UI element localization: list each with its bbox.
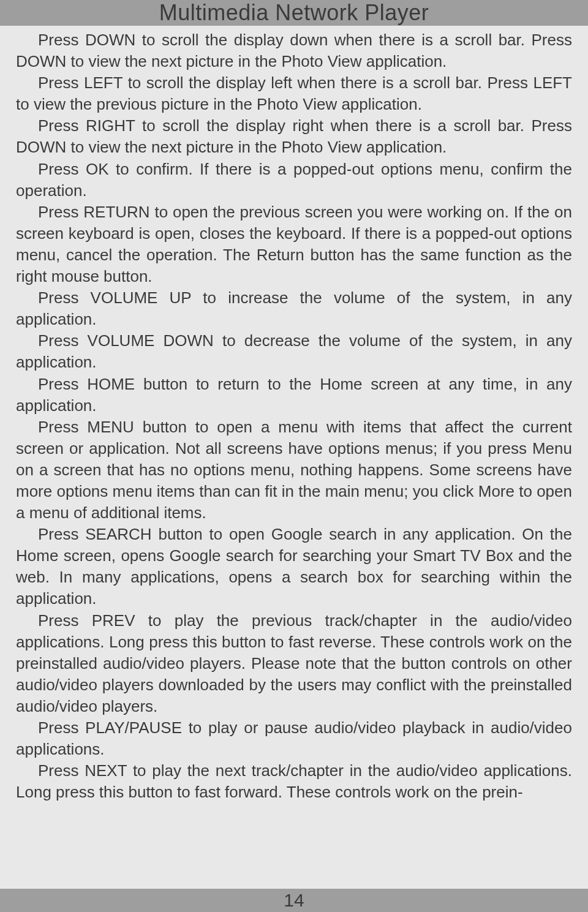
footer-bar: 14: [0, 889, 588, 912]
paragraph: Press OK to confirm. If there is a poppe…: [16, 159, 572, 202]
paragraph: Press HOME button to return to the Home …: [16, 374, 572, 416]
body-content: Press DOWN to scroll the display down wh…: [0, 26, 588, 803]
paragraph: Press NEXT to play the next track/chapte…: [16, 760, 572, 803]
paragraph: Press DOWN to scroll the display down wh…: [16, 29, 572, 72]
paragraph: Press VOLUME DOWN to decrease the volume…: [16, 330, 572, 373]
page-number: 14: [284, 890, 304, 911]
paragraph: Press RIGHT to scroll the display right …: [16, 115, 572, 158]
paragraph: Press PLAY/PAUSE to play or pause audio/…: [16, 717, 572, 760]
paragraph: Press MENU button to open a menu with it…: [16, 416, 572, 524]
paragraph: Press RETURN to open the previous screen…: [16, 202, 572, 287]
header-bar: Multimedia Network Player: [0, 0, 588, 26]
paragraph: Press SEARCH button to open Google searc…: [16, 524, 572, 609]
paragraph: Press PREV to play the previous track/ch…: [16, 610, 572, 717]
page-title: Multimedia Network Player: [159, 0, 429, 26]
paragraph: Press VOLUME UP to increase the volume o…: [16, 287, 572, 330]
paragraph: Press LEFT to scroll the display left wh…: [16, 72, 572, 115]
